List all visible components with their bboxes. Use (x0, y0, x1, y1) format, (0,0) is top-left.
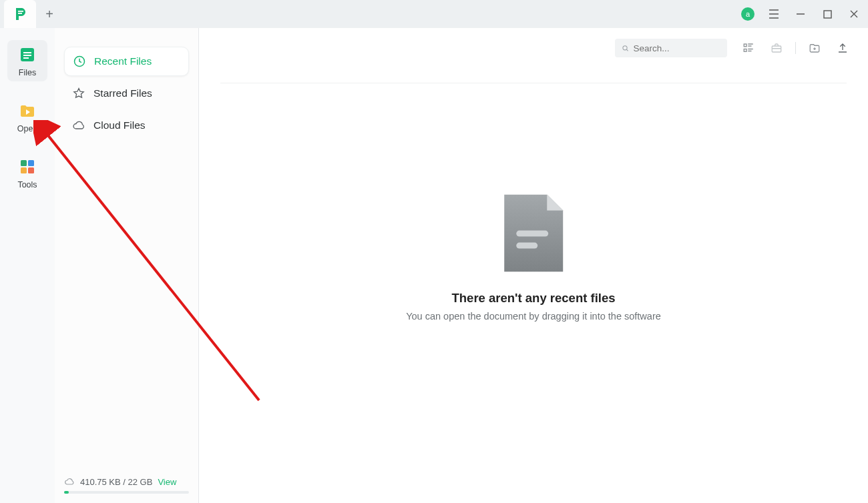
app-tab[interactable] (4, 0, 36, 28)
storage-bar (64, 491, 189, 494)
svg-rect-5 (23, 55, 31, 56)
svg-rect-9 (21, 167, 27, 173)
storage-view-link[interactable]: View (158, 477, 176, 487)
list-sidebar: Recent Files Starred Files Cloud Files 4… (55, 28, 199, 503)
open-icon (18, 101, 37, 120)
svg-rect-17 (516, 243, 537, 249)
sidebar-item-open[interactable]: Open (7, 96, 47, 137)
svg-rect-2 (824, 11, 831, 18)
tools-icon (18, 157, 37, 176)
star-icon (72, 87, 85, 100)
content-divider (220, 83, 847, 83)
empty-file-icon (501, 195, 566, 272)
user-avatar[interactable]: a (741, 7, 754, 21)
svg-rect-1 (18, 13, 22, 14)
briefcase-icon[interactable] (770, 41, 783, 55)
sidebar-item-label: Tools (17, 180, 37, 189)
list-item-label: Starred Files (93, 87, 152, 99)
search-input[interactable] (633, 43, 720, 53)
upload-icon[interactable] (836, 41, 849, 55)
search-icon (622, 44, 629, 53)
titlebar: + a (0, 0, 868, 28)
storage-indicator: 410.75 KB / 22 GB View (64, 476, 189, 494)
svg-rect-6 (23, 57, 29, 59)
svg-rect-16 (516, 231, 548, 237)
list-item-starred-files[interactable]: Starred Files (64, 79, 189, 108)
cloud-icon (64, 476, 75, 487)
list-item-label: Cloud Files (93, 119, 146, 131)
svg-rect-4 (23, 52, 31, 53)
sidebar-item-label: Files (19, 68, 36, 77)
svg-rect-14 (744, 49, 746, 52)
svg-point-12 (623, 45, 627, 49)
clock-icon (73, 55, 86, 68)
list-item-recent-files[interactable]: Recent Files (64, 47, 189, 76)
hamburger-menu-icon[interactable] (767, 7, 781, 21)
sidebar-item-tools[interactable]: Tools (7, 152, 47, 193)
svg-rect-7 (21, 160, 27, 166)
empty-state: There aren't any recent files You can op… (406, 195, 661, 322)
svg-rect-10 (28, 167, 34, 173)
empty-title: There aren't any recent files (452, 291, 616, 306)
storage-text: 410.75 KB / 22 GB (80, 477, 152, 487)
svg-rect-15 (772, 46, 781, 52)
minimize-button[interactable] (793, 7, 808, 21)
sidebar-item-label: Open (17, 124, 38, 133)
toolbar-divider (795, 42, 796, 54)
list-item-label: Recent Files (94, 55, 152, 67)
sidebar-item-files[interactable]: Files (7, 40, 47, 81)
close-button[interactable] (847, 7, 861, 21)
app-logo-icon (12, 6, 28, 22)
content-area: There aren't any recent files You can op… (199, 28, 868, 503)
new-folder-icon[interactable] (808, 41, 821, 55)
maximize-button[interactable] (820, 7, 835, 21)
svg-rect-0 (18, 11, 23, 12)
new-tab-button[interactable]: + (36, 0, 63, 28)
empty-subtitle: You can open the document by dragging it… (406, 311, 661, 322)
cloud-icon (72, 119, 85, 132)
svg-rect-8 (28, 160, 34, 166)
svg-rect-13 (744, 44, 746, 47)
view-mode-icon[interactable] (742, 41, 755, 55)
list-item-cloud-files[interactable]: Cloud Files (64, 111, 189, 140)
icon-sidebar: Files Open Tools (0, 28, 55, 503)
search-field[interactable] (615, 39, 727, 57)
content-toolbar (615, 39, 849, 57)
files-icon (18, 45, 37, 64)
